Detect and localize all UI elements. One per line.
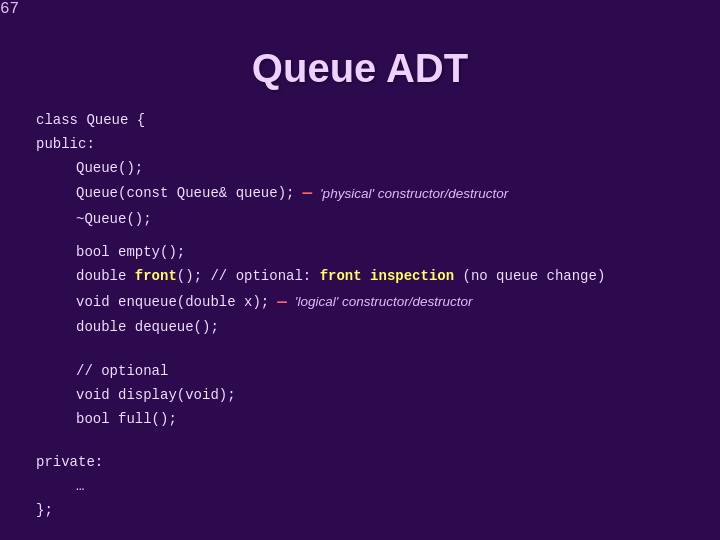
slide-title: Queue ADT	[0, 18, 720, 109]
code-line-copy-constructor: Queue(const Queue& queue);	[76, 182, 294, 206]
code-highlight-front2: front	[320, 268, 362, 284]
code-highlight-inspection: inspection	[370, 268, 454, 284]
arrow-logical: —	[277, 289, 287, 316]
code-line-closing: };	[36, 499, 700, 523]
code-line-class: class Queue {	[36, 109, 700, 133]
code-line-ellipsis: …	[76, 475, 700, 499]
slide-number: 67	[0, 0, 720, 18]
code-line-bool-full: bool full();	[76, 408, 700, 432]
code-line-double-dequeue: double dequeue();	[76, 316, 700, 340]
code-line-public: public:	[36, 133, 700, 157]
code-line-constructor: Queue();	[76, 157, 700, 181]
code-line-bool-empty: bool empty();	[76, 241, 700, 265]
code-line-void-enqueue: void enqueue(double x);	[76, 291, 269, 315]
code-line-void-enqueue-row: void enqueue(double x); — 'logical' cons…	[76, 289, 700, 316]
code-line-copy-constructor-row: Queue(const Queue& queue); — 'physical' …	[76, 180, 700, 207]
annotation-logical: 'logical' constructor/destructor	[295, 291, 473, 314]
code-line-comment-optional: // optional	[76, 360, 700, 384]
code-line-void-display: void display(void);	[76, 384, 700, 408]
content-area: class Queue { public: Queue(); Queue(con…	[0, 109, 720, 523]
code-line-double-front-row: double front(); // optional: front inspe…	[76, 265, 700, 289]
annotation-physical: 'physical' constructor/destructor	[320, 183, 508, 206]
arrow-physical: —	[302, 180, 312, 207]
code-line-private: private:	[36, 451, 700, 475]
code-line-destructor: ~Queue();	[76, 208, 700, 232]
code-highlight-front: front	[135, 268, 177, 284]
